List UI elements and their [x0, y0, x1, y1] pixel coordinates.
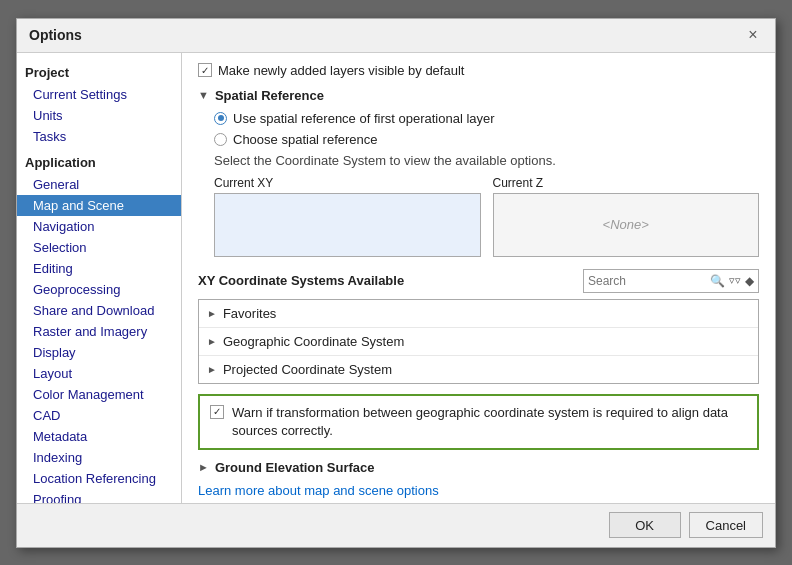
main-content: Make newly added layers visible by defau… [182, 53, 775, 503]
warn-checkbox[interactable] [210, 405, 224, 419]
sidebar-item-metadata[interactable]: Metadata [17, 426, 181, 447]
sidebar-item-share-download[interactable]: Share and Download [17, 300, 181, 321]
spatial-reference-header: ▼ Spatial Reference [198, 88, 759, 103]
tree-chevron-geographic: ► [207, 336, 217, 347]
current-z-field: <None> [493, 193, 760, 257]
search-icon[interactable]: 🔍 [710, 274, 725, 288]
globe-icon[interactable]: ◆ [745, 274, 754, 288]
sidebar-item-map-and-scene[interactable]: Map and Scene [17, 195, 181, 216]
ground-elevation-label: Ground Elevation Surface [215, 460, 375, 475]
make-visible-label: Make newly added layers visible by defau… [218, 63, 464, 78]
close-button[interactable]: × [743, 25, 763, 45]
tree-chevron-favorites: ► [207, 308, 217, 319]
ok-button[interactable]: OK [609, 512, 681, 538]
radio-row-choose-spatial[interactable]: Choose spatial reference [214, 132, 759, 147]
make-visible-checkbox[interactable] [198, 63, 212, 77]
search-input[interactable] [588, 274, 708, 288]
sidebar-item-cad[interactable]: CAD [17, 405, 181, 426]
learn-more-link[interactable]: Learn more about map and scene options [198, 483, 439, 498]
tree-item-geographic[interactable]: ► Geographic Coordinate System [199, 328, 758, 356]
tree-item-favorites[interactable]: ► Favorites [199, 300, 758, 328]
warn-text: Warn if transformation between geographi… [232, 404, 747, 440]
current-xy-box: Current XY [214, 176, 481, 257]
info-text: Select the Coordinate System to view the… [214, 153, 759, 168]
sidebar-item-layout[interactable]: Layout [17, 363, 181, 384]
coord-row: Current XY Current Z <None> [214, 176, 759, 257]
xy-coord-title: XY Coordinate Systems Available [198, 273, 404, 288]
title-bar: Options × [17, 19, 775, 53]
dialog-title: Options [29, 27, 82, 43]
tree-item-favorites-label: Favorites [223, 306, 276, 321]
filter-icon[interactable]: ▿▿ [729, 274, 741, 287]
sidebar-item-navigation[interactable]: Navigation [17, 216, 181, 237]
sidebar-item-proofing[interactable]: Proofing [17, 489, 181, 503]
content-scroll: Make newly added layers visible by defau… [182, 53, 775, 503]
sidebar-item-indexing[interactable]: Indexing [17, 447, 181, 468]
search-box[interactable]: 🔍 ▿▿ ◆ [583, 269, 759, 293]
sidebar-item-tasks[interactable]: Tasks [17, 126, 181, 147]
tree-item-geographic-label: Geographic Coordinate System [223, 334, 404, 349]
xy-coord-section: XY Coordinate Systems Available 🔍 ▿▿ ◆ ► [198, 269, 759, 384]
radio2-label: Choose spatial reference [233, 132, 378, 147]
sidebar-item-general[interactable]: General [17, 174, 181, 195]
sidebar-section-project: Project [17, 61, 181, 84]
sidebar-item-units[interactable]: Units [17, 105, 181, 126]
options-dialog: Options × Project Current Settings Units… [16, 18, 776, 548]
sidebar-item-location-referencing[interactable]: Location Referencing [17, 468, 181, 489]
ground-elevation-header[interactable]: ► Ground Elevation Surface [198, 460, 759, 475]
radio-use-first-layer[interactable] [214, 112, 227, 125]
radio-row-use-first-layer[interactable]: Use spatial reference of first operation… [214, 111, 759, 126]
tree-chevron-projected: ► [207, 364, 217, 375]
tree-list: ► Favorites ► Geographic Coordinate Syst… [198, 299, 759, 384]
current-z-label: Current Z [493, 176, 760, 190]
sidebar-item-current-settings[interactable]: Current Settings [17, 84, 181, 105]
current-z-box: Current Z <None> [493, 176, 760, 257]
xy-header-row: XY Coordinate Systems Available 🔍 ▿▿ ◆ [198, 269, 759, 293]
sidebar-item-display[interactable]: Display [17, 342, 181, 363]
cancel-button[interactable]: Cancel [689, 512, 763, 538]
warn-box: Warn if transformation between geographi… [198, 394, 759, 450]
current-xy-field [214, 193, 481, 257]
sidebar-item-selection[interactable]: Selection [17, 237, 181, 258]
top-checkbox-row[interactable]: Make newly added layers visible by defau… [198, 63, 759, 78]
tree-item-projected[interactable]: ► Projected Coordinate System [199, 356, 758, 383]
tree-item-projected-label: Projected Coordinate System [223, 362, 392, 377]
sidebar-item-geoprocessing[interactable]: Geoprocessing [17, 279, 181, 300]
ground-chevron-icon: ► [198, 461, 209, 473]
sidebar: Project Current Settings Units Tasks App… [17, 53, 182, 503]
current-xy-label: Current XY [214, 176, 481, 190]
dialog-footer: OK Cancel [17, 503, 775, 547]
spatial-ref-chevron-icon: ▼ [198, 89, 209, 101]
radio1-label: Use spatial reference of first operation… [233, 111, 495, 126]
sidebar-item-color-management[interactable]: Color Management [17, 384, 181, 405]
sidebar-section-application: Application [17, 151, 181, 174]
sidebar-item-editing[interactable]: Editing [17, 258, 181, 279]
dialog-body: Project Current Settings Units Tasks App… [17, 53, 775, 503]
radio-choose-spatial[interactable] [214, 133, 227, 146]
sidebar-item-raster-imagery[interactable]: Raster and Imagery [17, 321, 181, 342]
